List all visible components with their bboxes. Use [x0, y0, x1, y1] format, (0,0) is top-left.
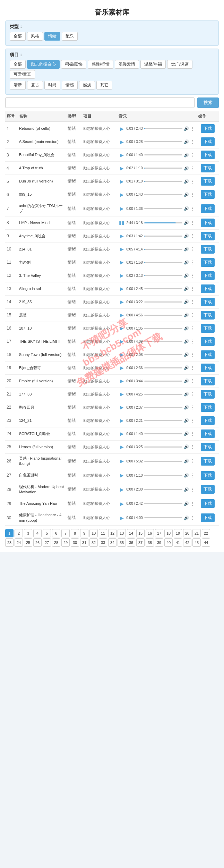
page-button[interactable]: 6 — [52, 529, 60, 537]
volume-icon[interactable]: 🔊 — [184, 473, 189, 478]
more-icon[interactable]: ⋮ — [190, 444, 195, 450]
volume-icon[interactable]: 🔊 — [184, 260, 189, 265]
page-button[interactable]: 1 — [5, 529, 14, 537]
page-button[interactable]: 7 — [61, 529, 70, 537]
download-button[interactable]: 下载 — [201, 311, 215, 320]
volume-icon[interactable]: 🔊 — [184, 352, 189, 357]
page-button[interactable]: 12 — [108, 529, 117, 537]
more-icon[interactable]: ⋮ — [190, 273, 195, 278]
play-button[interactable]: ▶ — [119, 378, 125, 384]
progress-bar[interactable] — [144, 275, 183, 276]
page-button[interactable]: 4 — [33, 529, 42, 537]
page-button[interactable]: 30 — [71, 538, 79, 547]
download-button[interactable]: 下载 — [201, 245, 215, 254]
volume-icon[interactable]: 🔊 — [184, 326, 189, 331]
volume-icon[interactable]: 🔊 — [184, 516, 189, 520]
play-button[interactable]: ▶ — [119, 486, 125, 493]
download-button[interactable]: 下载 — [201, 271, 215, 280]
volume-icon[interactable]: 🔊 — [184, 220, 189, 225]
page-button[interactable]: 2 — [15, 529, 23, 537]
page-button[interactable]: 10 — [89, 529, 98, 537]
search-input[interactable] — [5, 97, 195, 108]
progress-bar[interactable] — [144, 236, 183, 237]
download-button[interactable]: 下载 — [201, 324, 215, 333]
progress-bar[interactable] — [144, 249, 183, 250]
download-button[interactable]: 下载 — [201, 364, 215, 372]
play-button[interactable]: ▶ — [119, 417, 125, 424]
progress-bar[interactable] — [144, 288, 183, 289]
page-button[interactable]: 44 — [202, 538, 210, 547]
project-filter-btn[interactable]: 温馨/年福 — [140, 60, 166, 69]
progress-bar[interactable] — [144, 433, 183, 434]
download-button[interactable]: 下载 — [201, 151, 215, 159]
volume-icon[interactable]: 🔊 — [184, 233, 189, 238]
page-button[interactable]: 42 — [183, 538, 191, 547]
volume-icon[interactable]: 🔊 — [184, 166, 189, 171]
type-filter-btn[interactable]: 风格 — [27, 32, 43, 41]
volume-icon[interactable]: 🔊 — [184, 206, 189, 211]
more-icon[interactable]: ⋮ — [190, 431, 195, 436]
play-button[interactable]: ▶ — [119, 178, 125, 185]
download-button[interactable]: 下载 — [201, 298, 215, 306]
volume-icon[interactable]: 🔊 — [184, 392, 189, 397]
page-button[interactable]: 32 — [89, 538, 98, 547]
progress-bar[interactable] — [144, 446, 183, 448]
page-button[interactable]: 3 — [24, 529, 32, 537]
more-icon[interactable]: ⋮ — [190, 418, 195, 423]
more-icon[interactable]: ⋮ — [190, 206, 195, 211]
progress-bar[interactable] — [144, 475, 183, 476]
download-button[interactable]: 下载 — [201, 429, 215, 438]
download-button[interactable]: 下载 — [201, 513, 215, 522]
more-icon[interactable]: ⋮ — [190, 391, 195, 397]
page-button[interactable]: 19 — [174, 529, 182, 537]
download-button[interactable]: 下载 — [201, 232, 215, 240]
more-icon[interactable]: ⋮ — [190, 365, 195, 371]
more-icon[interactable]: ⋮ — [190, 165, 195, 171]
play-button[interactable]: ▶ — [119, 391, 125, 397]
progress-bar[interactable] — [144, 394, 183, 395]
play-button[interactable]: ▶ — [119, 205, 125, 212]
volume-icon[interactable]: 🔊 — [184, 192, 189, 197]
download-button[interactable]: 下载 — [201, 284, 215, 293]
page-button[interactable]: 29 — [61, 538, 70, 547]
more-icon[interactable]: ⋮ — [190, 139, 195, 145]
volume-icon[interactable]: 🔊 — [184, 339, 189, 344]
volume-icon[interactable]: 🔊 — [184, 365, 189, 370]
play-button[interactable]: ▶ — [119, 126, 125, 132]
more-icon[interactable]: ⋮ — [190, 192, 195, 197]
play-button[interactable]: ▶ — [119, 404, 125, 410]
more-icon[interactable]: ⋮ — [190, 286, 195, 291]
more-icon[interactable]: ⋮ — [190, 378, 195, 384]
progress-bar[interactable] — [144, 461, 183, 462]
page-button[interactable]: 38 — [146, 538, 154, 547]
progress-bar[interactable] — [144, 517, 183, 518]
download-button[interactable]: 下载 — [201, 258, 215, 267]
type-filter-btn[interactable]: 配乐 — [62, 32, 78, 41]
page-button[interactable]: 21 — [192, 529, 201, 537]
volume-icon[interactable]: 🔊 — [184, 126, 189, 131]
play-button[interactable]: ▶ — [119, 152, 125, 158]
download-button[interactable]: 下载 — [201, 457, 215, 466]
play-button[interactable]: ▶ — [119, 444, 125, 450]
download-button[interactable]: 下载 — [201, 204, 215, 213]
page-button[interactable]: 35 — [118, 538, 126, 547]
more-icon[interactable]: ⋮ — [190, 220, 195, 225]
play-button[interactable]: ▶ — [119, 299, 125, 305]
play-button[interactable]: ▶ — [119, 472, 125, 478]
play-button[interactable]: ▶ — [119, 338, 125, 344]
more-icon[interactable]: ⋮ — [190, 501, 195, 507]
play-button[interactable]: ▶ — [119, 246, 125, 252]
download-button[interactable]: 下载 — [201, 377, 215, 385]
progress-bar[interactable] — [144, 128, 183, 129]
download-button[interactable]: 下载 — [201, 485, 215, 494]
page-button[interactable]: 18 — [164, 529, 173, 537]
progress-bar[interactable] — [144, 181, 183, 182]
project-filter-btn[interactable]: 觉广/深邃 — [167, 60, 192, 69]
more-icon[interactable]: ⋮ — [190, 325, 195, 331]
page-button[interactable]: 26 — [33, 538, 42, 547]
volume-icon[interactable]: 🔊 — [184, 153, 189, 158]
page-button[interactable]: 13 — [118, 529, 126, 537]
project-filter-btn[interactable]: 可爱/童真 — [10, 70, 35, 79]
more-icon[interactable]: ⋮ — [190, 515, 195, 521]
volume-icon[interactable]: 🔊 — [184, 139, 189, 144]
